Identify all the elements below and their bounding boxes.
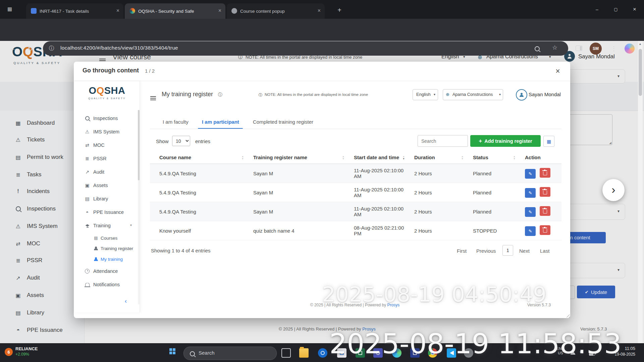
tab-close-icon[interactable]: × (318, 8, 321, 14)
battery-icon[interactable] (589, 351, 595, 357)
taskbar-app-icon[interactable] (373, 348, 383, 358)
back-icon[interactable]: ← (7, 42, 19, 55)
stock-widget-badge[interactable]: 6 (5, 348, 13, 356)
column-header-training-register-name[interactable]: Training register name▲▼ (247, 151, 347, 164)
modal-sidebar-item-audit[interactable]: ↗Audit (74, 165, 140, 179)
column-header-duration[interactable]: Duration▲▼ (408, 151, 466, 164)
taskbar-app-icon[interactable] (318, 348, 327, 358)
table-row[interactable]: 5.4.9.QA Testing Sayan M 11-Aug-2025 02:… (150, 164, 561, 183)
new-tab-button[interactable]: + (334, 5, 345, 15)
page-length-select[interactable]: 10 (172, 136, 190, 146)
modal-sidebar-item-inspections[interactable]: Inspections (74, 112, 140, 125)
browser-grid-icon[interactable]: ▦ (7, 6, 12, 12)
tray-expand-icon[interactable]: ^ (544, 349, 547, 354)
modal-sidebar-item-training[interactable]: Training (74, 219, 140, 232)
pagination-next[interactable]: Next (519, 248, 530, 254)
taskbar-app-icon[interactable] (299, 348, 309, 358)
modal-sidebar-item-training-register[interactable]: Training register (74, 243, 140, 253)
stock-widget-name[interactable]: RELIANCE (15, 346, 38, 351)
taskbar-clock[interactable]: 11:05 19-08-2025 (606, 346, 635, 357)
info-icon[interactable]: ⓘ (218, 92, 222, 98)
scrollbar-thumb[interactable] (138, 110, 140, 180)
taskbar-app-icon[interactable] (447, 348, 456, 358)
taskbar-search[interactable]: Search (183, 347, 277, 360)
user-avatar[interactable] (516, 89, 527, 101)
edit-button[interactable]: ✎ (525, 169, 536, 179)
taskbar-app-icon[interactable] (356, 348, 365, 358)
modal-sidebar-item-attendance[interactable]: Attendance (74, 264, 140, 278)
pagination-last[interactable]: Last (540, 248, 549, 254)
search-input[interactable] (418, 135, 468, 147)
volume-icon[interactable]: ◀ (580, 349, 583, 354)
refresh-icon[interactable]: ↻ (24, 42, 36, 55)
pagination-previous[interactable]: Previous (476, 248, 496, 254)
taskbar-app-icon[interactable] (428, 348, 437, 358)
browser-tab-1[interactable]: INRT-4617 - Task details × (26, 3, 123, 19)
tab-close-icon[interactable]: × (116, 8, 119, 14)
tab-i-am-faculty[interactable]: I am faculty (163, 119, 189, 125)
tab-i-am-participant[interactable]: I am participant (202, 119, 239, 125)
browser-tab-2[interactable]: OQSHA - Security and Safe × (125, 3, 225, 19)
scroll-up-icon[interactable]: ▲ (639, 42, 642, 46)
browser-toolbar: ← ↻ ⓘ localhost:4200/#/batches/view/310/… (0, 19, 644, 41)
edit-button[interactable]: ✎ (525, 188, 536, 198)
sidebar-collapse-icon[interactable]: ‹ (125, 298, 127, 305)
scrollbar-thumb[interactable] (639, 49, 642, 96)
pagination-first[interactable]: First (457, 248, 467, 254)
table-row[interactable]: 5.4.9.QA Testing Sayan M 11-Aug-2025 02:… (150, 202, 561, 221)
table-row[interactable]: 5.4.9.QA Testing Sayan M 11-Aug-2025 02:… (150, 183, 561, 202)
modal-sidebar-item-my-training[interactable]: My training (74, 254, 140, 264)
address-bar[interactable]: ⓘ localhost:4200/#/batches/view/310/383/… (43, 41, 568, 56)
org-selector[interactable]: ⊕ Aparna Constructions ▾ (443, 89, 503, 100)
tab-close-icon[interactable]: × (218, 8, 221, 14)
modal-sidebar: OQSHA QUALITY & SAFETY Inspections ⚠IMS … (74, 81, 140, 312)
bookmark-star-icon[interactable]: ☆ (552, 44, 557, 51)
browser-menu-dots-icon[interactable]: ⋮ (608, 42, 620, 55)
add-training-register-button[interactable]: + Add training register (470, 135, 541, 147)
window-minimize-button[interactable]: – (588, 0, 606, 19)
modal-sidebar-item-ims-system[interactable]: ⚠IMS System (74, 125, 140, 138)
taskbar-app-icon[interactable] (410, 348, 420, 358)
powered-by-link[interactable]: Prosys (387, 303, 400, 307)
taskbar-app-icon[interactable] (281, 348, 291, 358)
delete-button[interactable] (540, 168, 550, 178)
edit-button[interactable]: ✎ (525, 207, 536, 217)
delete-button[interactable] (540, 187, 550, 197)
modal-sidebar-item-courses[interactable]: ▤Courses (74, 233, 140, 243)
modal-sidebar-item-moc[interactable]: ⇄MOC (74, 138, 140, 152)
zoom-icon[interactable] (535, 46, 540, 53)
delete-button[interactable] (540, 206, 550, 216)
edit-button[interactable]: ✎ (525, 226, 536, 236)
taskbar-app-icon[interactable] (464, 348, 473, 358)
language-selector[interactable]: English ▾ (413, 89, 438, 100)
delete-button[interactable] (540, 225, 550, 235)
modal-sidebar-item-notifications[interactable]: Notifications (74, 278, 140, 291)
tab-completed-training-register[interactable]: Completed training register (253, 119, 313, 125)
pagination-page-1[interactable]: 1 (502, 245, 513, 256)
window-close-button[interactable]: × (625, 0, 644, 19)
language-indicator[interactable]: ENG US (555, 347, 566, 355)
modal-sidebar-item-pssr[interactable]: ≣PSSR (74, 152, 140, 165)
side-panel-icon[interactable] (576, 46, 582, 52)
next-content-button[interactable]: › (602, 179, 625, 201)
modal-sidebar-item-ppe-issuance[interactable]: ◓PPE Issuance (74, 205, 140, 219)
modal-sidebar-item-library[interactable]: ▤Library (74, 192, 140, 205)
modal-close-icon[interactable]: × (552, 65, 564, 77)
taskbar-app-icon[interactable] (337, 348, 346, 358)
column-header-start-date[interactable]: Start date and time▲▼ (347, 151, 408, 164)
table-row[interactable]: Know yourself quiz batch name 4 08-Aug-2… (150, 221, 561, 240)
start-button[interactable] (169, 348, 175, 354)
modal-resize-handle[interactable] (565, 313, 570, 317)
site-info-icon[interactable]: ⓘ (49, 45, 54, 52)
browser-tab-3[interactable]: Course content popup × (227, 3, 325, 19)
column-header-status[interactable]: Status▲▼ (466, 151, 518, 164)
browser-profile-avatar[interactable]: SM (590, 43, 602, 55)
taskbar-app-icon[interactable] (392, 348, 401, 358)
window-maximize-button[interactable]: ▢ (606, 0, 625, 19)
column-header-course-name[interactable]: Course name▲▼ (150, 151, 247, 164)
modal-menu-toggle-icon[interactable] (150, 94, 156, 100)
modal-sidebar-item-assets[interactable]: ▣Assets (74, 179, 140, 192)
wifi-icon[interactable] (570, 350, 576, 356)
table-view-button[interactable]: ▦ (543, 136, 554, 147)
copilot-icon[interactable] (625, 44, 635, 54)
